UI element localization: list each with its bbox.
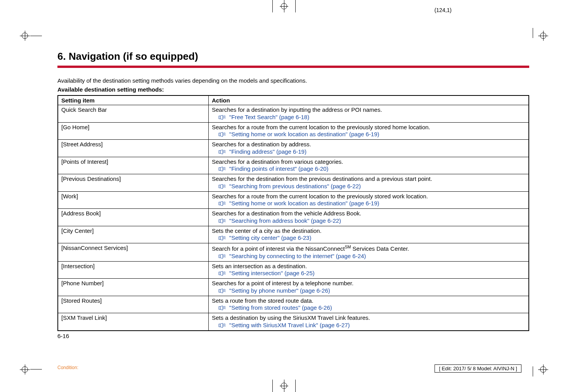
chapter-title: 6. Navigation (if so equipped) xyxy=(57,50,529,62)
action-cell: Searches for a route from the current lo… xyxy=(208,122,529,140)
xref-link[interactable]: "Setting home or work location as destin… xyxy=(229,200,379,206)
page-number: 6-16 xyxy=(57,333,529,339)
action-text: Searches for a destination by address. xyxy=(212,141,311,147)
xref-link[interactable]: "Searching from address book" (page 6-22… xyxy=(229,217,341,224)
setting-cell: [Points of Interest] xyxy=(58,157,208,174)
xref-icon xyxy=(218,184,227,189)
action-cell: Searches for a destination by inputting … xyxy=(208,105,529,123)
table-row: [Work]Searches for a route from the curr… xyxy=(58,191,529,209)
action-text: Searches for a destination from the vehi… xyxy=(212,210,361,217)
sm-mark: SM xyxy=(345,245,351,249)
xref-link[interactable]: "Searching by connecting to the internet… xyxy=(229,253,366,259)
table-row: [Address Book]Searches for a destination… xyxy=(58,209,529,226)
setting-cell: [NissanConnect Services] xyxy=(58,243,208,262)
heading-rule xyxy=(57,66,529,68)
action-text: Searches for the destination from the pr… xyxy=(212,175,432,182)
setting-cell: [City Center] xyxy=(58,226,208,243)
table-row: Quick Search BarSearches for a destinati… xyxy=(58,105,529,123)
xref-link[interactable]: "Setting home or work location as destin… xyxy=(229,131,379,137)
edit-info: [ Edit: 2017/ 5/ 8 Model: AIVINJ-N ] xyxy=(435,364,521,373)
xref-link[interactable]: "Finding points of interest" (page 6-20) xyxy=(229,165,329,172)
xref-icon xyxy=(218,271,227,276)
subheading: Available destination setting methods: xyxy=(57,86,529,93)
action-text: Searches for a destination by inputting … xyxy=(212,106,382,113)
xref-icon xyxy=(218,236,227,240)
table-row: [Stored Routes]Sets a route from the sto… xyxy=(58,296,529,313)
xref-icon xyxy=(218,305,227,310)
setting-cell: [Go Home] xyxy=(58,122,208,140)
xref-icon xyxy=(218,288,227,293)
setting-cell: [Stored Routes] xyxy=(58,296,208,313)
setting-cell: [Intersection] xyxy=(58,261,208,279)
action-cell: Searches for a destination from various … xyxy=(208,157,529,174)
xref-link[interactable]: "Setting from stored routes" (page 6-26) xyxy=(229,304,332,311)
action-cell: Sets an intersection as a destination. "… xyxy=(208,261,529,279)
table-row: [Go Home]Searches for a route from the c… xyxy=(58,122,529,140)
action-text: Searches for a destination from various … xyxy=(212,158,343,165)
action-text: Search for a point of interest via the N… xyxy=(212,245,345,252)
xref-link[interactable]: "Setting by phone number" (page 6-26) xyxy=(229,287,330,294)
setting-cell: [Address Book] xyxy=(58,209,208,226)
action-text: Services Data Center. xyxy=(351,245,409,252)
table-row: [Phone Number]Searches for a point of in… xyxy=(58,279,529,296)
action-text: Searches for a route from the current lo… xyxy=(212,124,430,130)
table-row: [Previous Destinations]Searches for the … xyxy=(58,174,529,192)
settings-table: Setting item Action Quick Search BarSear… xyxy=(57,95,529,331)
action-text: Sets an intersection as a destination. xyxy=(212,263,307,269)
table-row: [City Center]Sets the center of a city a… xyxy=(58,226,529,243)
xref-link[interactable]: "Searching from previous destinations" (… xyxy=(229,183,361,189)
xref-icon xyxy=(218,254,227,258)
action-text: Sets a route from the stored route data. xyxy=(212,297,313,304)
action-cell: Searches for a point of interest by a te… xyxy=(208,279,529,296)
setting-cell: [SXM Travel Link] xyxy=(58,313,208,331)
setting-cell: [Street Address] xyxy=(58,140,208,157)
action-cell: Sets the center of a city as the destina… xyxy=(208,226,529,243)
xref-icon xyxy=(218,132,227,137)
table-row: [Points of Interest]Searches for a desti… xyxy=(58,157,529,174)
xref-icon xyxy=(218,115,227,120)
condition-label: Condition: xyxy=(57,365,78,370)
action-text: Searches for a point of interest by a te… xyxy=(212,280,353,286)
xref-link[interactable]: "Setting with SiriusXM Travel Link" (pag… xyxy=(229,322,350,328)
xref-link[interactable]: "Setting city center" (page 6-23) xyxy=(229,234,312,241)
intro-text: Availability of the destination setting … xyxy=(57,77,529,84)
action-cell: Sets a route from the stored route data.… xyxy=(208,296,529,313)
action-text: Searches for a route from the current lo… xyxy=(212,193,428,199)
action-cell: Searches for a destination by address. "… xyxy=(208,140,529,157)
xref-icon xyxy=(218,219,227,223)
setting-cell: [Phone Number] xyxy=(58,279,208,296)
header-setting: Setting item xyxy=(58,95,208,105)
setting-cell: [Previous Destinations] xyxy=(58,174,208,192)
setting-cell: Quick Search Bar xyxy=(58,105,208,123)
xref-icon xyxy=(218,149,227,154)
xref-link[interactable]: "Free Text Search" (page 6-18) xyxy=(229,114,309,120)
action-cell: Searches for a route from the current lo… xyxy=(208,191,529,209)
table-row: [Intersection]Sets an intersection as a … xyxy=(58,261,529,279)
table-row: [Street Address]Searches for a destinati… xyxy=(58,140,529,157)
xref-link[interactable]: "Setting intersection" (page 6-25) xyxy=(229,270,315,276)
xref-icon xyxy=(218,201,227,206)
action-text: Sets a destination by using the SiriusXM… xyxy=(212,314,370,321)
action-cell: Searches for a destination from the vehi… xyxy=(208,209,529,226)
table-row: [NissanConnect Services]Search for a poi… xyxy=(58,243,529,262)
action-text: Sets the center of a city as the destina… xyxy=(212,227,322,234)
header-action: Action xyxy=(208,95,529,105)
setting-cell: [Work] xyxy=(58,191,208,209)
table-row: [SXM Travel Link]Sets a destination by u… xyxy=(58,313,529,331)
xref-icon xyxy=(218,323,227,328)
action-cell: Search for a point of interest via the N… xyxy=(208,243,529,262)
xref-icon xyxy=(218,167,227,171)
action-cell: Sets a destination by using the SiriusXM… xyxy=(208,313,529,331)
action-cell: Searches for the destination from the pr… xyxy=(208,174,529,192)
xref-link[interactable]: "Finding address" (page 6-19) xyxy=(229,148,307,155)
